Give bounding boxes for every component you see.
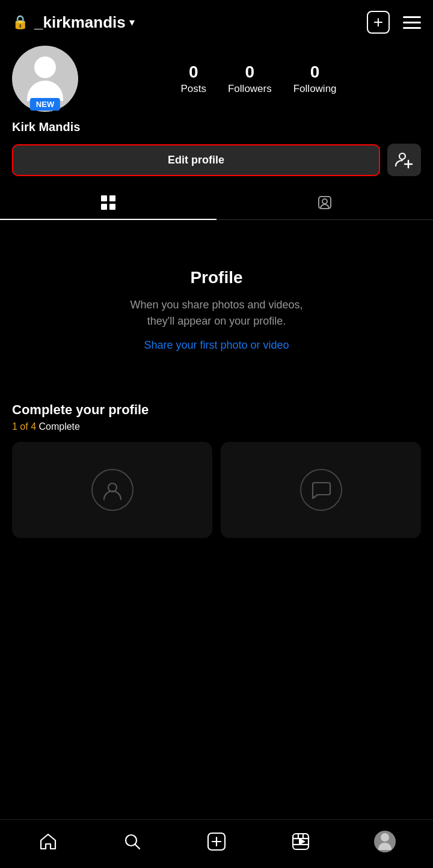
username-row: _kirkmandis ▾	[34, 13, 135, 32]
following-label: Following	[293, 83, 337, 95]
avatar-person-icon	[27, 57, 63, 101]
stats-row: 0 Posts 0 Followers 0 Following	[96, 63, 421, 95]
menu-button[interactable]	[403, 16, 421, 29]
grid-icon	[100, 194, 117, 211]
display-name: Kirk Mandis	[12, 120, 421, 134]
complete-profile-section: Complete your profile 1 of 4 Complete	[0, 388, 433, 548]
new-badge: NEW	[30, 98, 60, 111]
reels-icon	[291, 832, 310, 851]
followers-stat[interactable]: 0 Followers	[228, 63, 272, 95]
edit-profile-row: Edit profile	[12, 144, 421, 176]
nav-add-post[interactable]	[198, 828, 235, 855]
svg-rect-5	[101, 204, 107, 210]
card-photo-icon-circle	[91, 469, 134, 511]
posts-stat[interactable]: 0 Posts	[180, 63, 206, 95]
profile-empty-title: Profile	[190, 268, 242, 287]
profile-empty-subtitle: When you share photos and videos,they'll…	[130, 297, 302, 329]
tab-tagged[interactable]	[216, 186, 433, 219]
nav-reels[interactable]	[283, 828, 319, 855]
followers-label: Followers	[228, 83, 272, 95]
username-text: _kirkmandis	[34, 13, 126, 32]
profile-top: NEW 0 Posts 0 Followers 0 Following	[12, 46, 421, 112]
share-first-photo-link[interactable]: Share your first photo or video	[144, 339, 289, 352]
tabs-row	[0, 186, 433, 220]
tagged-icon	[316, 194, 333, 211]
add-square-icon: +	[373, 14, 383, 31]
person-circle-icon	[100, 478, 124, 502]
avatar-wrapper: NEW	[12, 46, 78, 112]
complete-profile-title: Complete your profile	[12, 402, 421, 418]
search-icon	[123, 832, 142, 851]
progress-highlight: 1 of 4	[12, 421, 36, 432]
bottom-nav	[0, 819, 433, 868]
add-post-button[interactable]: +	[367, 11, 390, 34]
followers-count: 0	[245, 63, 255, 82]
home-icon	[38, 832, 58, 851]
svg-rect-6	[109, 204, 115, 210]
following-stat[interactable]: 0 Following	[293, 63, 337, 95]
chevron-down-icon[interactable]: ▾	[129, 16, 135, 29]
edit-profile-button[interactable]: Edit profile	[12, 144, 380, 176]
profile-card-photo[interactable]	[12, 442, 212, 538]
svg-point-8	[322, 199, 327, 204]
svg-line-11	[135, 845, 140, 849]
svg-rect-4	[109, 195, 115, 201]
top-bar-right: +	[367, 11, 421, 34]
posts-count: 0	[189, 63, 198, 82]
complete-profile-progress: 1 of 4 Complete	[12, 421, 421, 432]
add-friend-icon	[395, 150, 414, 170]
nav-search[interactable]	[114, 828, 150, 855]
nav-avatar	[374, 831, 396, 852]
progress-rest: Complete	[36, 421, 80, 432]
tab-grid[interactable]	[0, 186, 216, 219]
top-bar-left: 🔒 _kirkmandis ▾	[12, 13, 135, 32]
profile-empty-section: Profile When you share photos and videos…	[0, 220, 433, 388]
nav-profile[interactable]	[367, 828, 403, 855]
svg-point-0	[399, 153, 405, 159]
nav-home[interactable]	[30, 828, 66, 855]
profile-section: NEW 0 Posts 0 Followers 0 Following Kirk…	[0, 40, 433, 176]
posts-label: Posts	[180, 83, 206, 95]
profile-cards-row	[12, 442, 421, 538]
following-count: 0	[310, 63, 320, 82]
add-post-nav-icon	[206, 831, 227, 852]
top-bar: 🔒 _kirkmandis ▾ +	[0, 0, 433, 40]
profile-card-chat[interactable]	[221, 442, 421, 538]
card-chat-icon-circle	[300, 469, 342, 511]
add-friend-button[interactable]	[387, 144, 421, 176]
lock-icon: 🔒	[12, 14, 28, 30]
svg-rect-3	[101, 195, 107, 201]
chat-bubble-icon	[309, 478, 333, 502]
